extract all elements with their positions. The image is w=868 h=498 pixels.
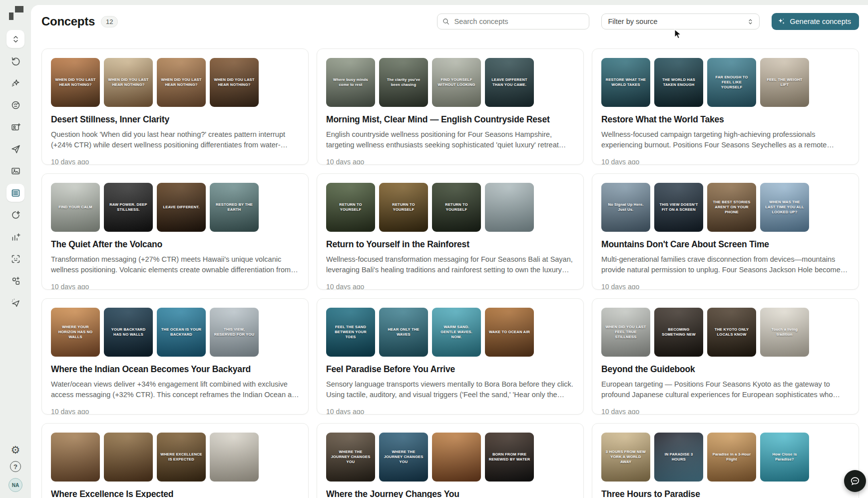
concept-card[interactable]: FEEL THE SAND BETWEEN YOUR TOESHEAR ONLY… — [317, 298, 584, 415]
sidebar-item-history[interactable] — [6, 52, 24, 70]
avatar[interactable]: NA — [8, 478, 22, 492]
sidebar-item-face-swirl[interactable] — [6, 96, 24, 114]
thumbnail-strip: WHEN DID YOU LAST FEEL TRUE STILLNESSBEC… — [601, 308, 850, 357]
concept-thumbnail[interactable]: WHEN DID YOU LAST FEEL TRUE STILLNESS — [601, 308, 650, 357]
concept-thumbnail[interactable]: Paradise in a 3-Hour Flight — [707, 433, 756, 482]
concept-thumbnail[interactable]: FIND YOURSELF WITHOUT LOOKING — [432, 58, 481, 107]
app-logo[interactable] — [7, 6, 23, 20]
chat-widget-button[interactable] — [844, 470, 866, 492]
concept-thumbnail[interactable]: How Close is Paradise? — [760, 433, 809, 482]
concept-thumbnail[interactable]: BECOMING SOMETHING NEW — [654, 308, 703, 357]
concept-thumbnail[interactable]: THIS VIEW DOESN'T FIT ON A SCREEN — [654, 183, 703, 232]
help-icon[interactable]: ? — [10, 461, 21, 472]
concept-description: Wellness-focused transformation messagin… — [326, 254, 574, 275]
concept-card[interactable]: 3 HOURS FROM NEW YORK A WORLD AWAYIN PAR… — [592, 423, 859, 498]
image-card-icon — [10, 166, 21, 176]
concept-card[interactable]: RETURN TO YOURSELFRETURN TO YOURSELFRETU… — [317, 173, 584, 290]
sidebar-item-chevron-up-down[interactable] — [6, 30, 24, 48]
thumbnail-overlay-text: WHEN DID YOU LAST HEAR NOTHING? — [104, 77, 153, 87]
concept-thumbnail[interactable]: THE OCEAN IS YOUR BACKYARD — [157, 308, 206, 357]
concept-thumbnail[interactable] — [485, 183, 534, 232]
concept-title: Restore What the World Takes — [601, 114, 850, 125]
thumbnail-overlay-text: FIND YOUR CALM — [55, 205, 96, 210]
concept-card[interactable]: WHERE YOUR HORIZON HAS NO WALLSYOUR BACK… — [41, 298, 309, 415]
sidebar-item-image-card[interactable] — [6, 162, 24, 180]
concept-thumbnail[interactable]: RETURN TO YOURSELF — [432, 183, 481, 232]
concept-thumbnail[interactable]: No Signal Up Here. Just Us. — [601, 183, 650, 232]
concept-thumbnail[interactable]: THE KYOTO ONLY LOCALS KNOW — [707, 308, 756, 357]
concept-thumbnail[interactable]: 3 HOURS FROM NEW YORK A WORLD AWAY — [601, 433, 650, 482]
concept-thumbnail[interactable]: WARM SAND. GENTLE WAVES. NOW. — [432, 308, 481, 357]
concept-thumbnail[interactable]: FEEL THE WEIGHT LIFT — [760, 58, 809, 107]
thumbnail-strip: 3 HOURS FROM NEW YORK A WORLD AWAYIN PAR… — [601, 433, 850, 482]
concept-thumbnail[interactable]: RETURN TO YOURSELF — [326, 183, 375, 232]
sidebar-item-list-table[interactable] — [6, 184, 24, 202]
concept-card[interactable]: WHEN DID YOU LAST FEEL TRUE STILLNESSBEC… — [592, 298, 859, 415]
concept-thumbnail[interactable]: YOUR BACKYARD HAS NO WALLS — [104, 308, 153, 357]
concept-thumbnail[interactable]: FIND YOUR CALM — [51, 183, 100, 232]
concept-card[interactable]: FIND YOUR CALMRAW POWER. DEEP STILLNESS.… — [41, 173, 309, 290]
sidebar-item-plane-sparkles[interactable] — [6, 294, 24, 312]
chevron-up-down-icon — [747, 18, 754, 25]
concept-card[interactable]: No Signal Up Here. Just Us.THIS VIEW DOE… — [592, 173, 859, 290]
generate-concepts-button[interactable]: Generate concepts — [772, 13, 859, 30]
concept-thumbnail[interactable] — [51, 433, 100, 482]
concept-thumbnail[interactable]: FAR ENOUGH TO FEEL LIKE YOURSELF — [707, 58, 756, 107]
concept-thumbnail[interactable]: WHERE YOUR HORIZON HAS NO WALLS — [51, 308, 100, 357]
concept-description: Question hook 'When did you last hear no… — [51, 129, 299, 150]
sidebar-item-face-scan[interactable] — [6, 250, 24, 268]
concept-thumbnail[interactable]: Touch a living tradition — [760, 308, 809, 357]
thumbnail-strip: No Signal Up Here. Just Us.THIS VIEW DOE… — [601, 183, 850, 232]
id-card-plus-icon — [10, 122, 21, 132]
sidebar-item-id-card-plus[interactable] — [6, 118, 24, 136]
concept-card[interactable]: WHERE EXCELLENCE IS EXPECTED Where Excel… — [41, 423, 309, 498]
concept-thumbnail[interactable]: THIS VIEW, RESERVED FOR YOU — [210, 308, 259, 357]
concept-card[interactable]: RESTORE WHAT THE WORLD TAKESTHE WORLD HA… — [592, 48, 859, 165]
concept-thumbnail[interactable]: Where busy minds come to rest — [326, 58, 375, 107]
concept-thumbnail[interactable]: THE WORLD HAS TAKEN ENOUGH — [654, 58, 703, 107]
sidebar-item-paper-plane[interactable] — [6, 140, 24, 158]
concept-card[interactable]: WHERE THE JOURNEY CHANGES YOUWHERE THE J… — [317, 423, 584, 498]
sidebar-item-shooting-star[interactable] — [6, 74, 24, 92]
concept-thumbnail[interactable]: WHERE EXCELLENCE IS EXPECTED — [157, 433, 206, 482]
concept-thumbnail[interactable]: WHEN DID YOU LAST HEAR NOTHING? — [210, 58, 259, 107]
concept-thumbnail[interactable]: THE BEST STORIES AREN'T ON YOUR PHONE — [707, 183, 756, 232]
concept-thumbnail[interactable]: FEEL THE SAND BETWEEN YOUR TOES — [326, 308, 375, 357]
concept-thumbnail[interactable]: HEAR ONLY THE WAVES — [379, 308, 428, 357]
search-input[interactable] — [437, 13, 589, 29]
sidebar-item-sparkle-loop[interactable] — [6, 206, 24, 224]
concept-title: Return to Yourself in the Rainforest — [326, 239, 574, 250]
concept-thumbnail[interactable]: WHEN DID YOU LAST HEAR NOTHING? — [157, 58, 206, 107]
concept-thumbnail[interactable] — [432, 433, 481, 482]
thumbnail-overlay-text: WHERE THE JOURNEY CHANGES YOU — [326, 450, 375, 464]
filter-by-source-select[interactable]: Filter by source — [601, 13, 760, 29]
sparkles-icon — [778, 17, 786, 25]
concept-thumbnail[interactable]: WHEN WAS THE LAST TIME YOU ALL LOOKED UP… — [760, 183, 809, 232]
concept-thumbnail[interactable] — [104, 433, 153, 482]
concept-thumbnail[interactable]: WHERE THE JOURNEY CHANGES YOU — [326, 433, 375, 482]
concept-thumbnail[interactable]: RAW POWER. DEEP STILLNESS. — [104, 183, 153, 232]
concept-thumbnail[interactable]: WHEN DID YOU LAST HEAR NOTHING? — [51, 58, 100, 107]
sidebar-item-shapes-plus[interactable] — [6, 272, 24, 290]
concept-thumbnail[interactable]: LEAVE DIFFERENT THAN YOU CAME. — [485, 58, 534, 107]
concept-thumbnail[interactable]: WAKE TO OCEAN AIR — [485, 308, 534, 357]
concept-thumbnail[interactable]: LEAVE DIFFERENT. — [157, 183, 206, 232]
concept-thumbnail[interactable]: RETURN TO YOURSELF — [379, 183, 428, 232]
thumbnail-overlay-text: BECOMING SOMETHING NEW — [654, 327, 703, 337]
concept-thumbnail[interactable]: WHERE THE JOURNEY CHANGES YOU — [379, 433, 428, 482]
concept-thumbnail[interactable]: The clarity you've been chasing — [379, 58, 428, 107]
gear-icon[interactable]: ⚙ — [11, 445, 20, 455]
concept-thumbnail[interactable]: BORN FROM FIRE RENEWED BY WATER — [485, 433, 534, 482]
concept-thumbnail[interactable]: RESTORE WHAT THE WORLD TAKES — [601, 58, 650, 107]
chevron-up-down-icon — [10, 34, 21, 44]
concept-thumbnail[interactable]: WHEN DID YOU LAST HEAR NOTHING? — [104, 58, 153, 107]
concept-card[interactable]: Where busy minds come to restThe clarity… — [317, 48, 584, 165]
concept-thumbnail[interactable]: RESTORED BY THE EARTH — [210, 183, 259, 232]
concept-card[interactable]: WHEN DID YOU LAST HEAR NOTHING?WHEN DID … — [41, 48, 309, 165]
concept-title: The Quiet After the Volcano — [51, 239, 299, 250]
concept-description: Sensory language transports viewers ment… — [326, 379, 574, 400]
concept-thumbnail[interactable] — [210, 433, 259, 482]
thumbnail-overlay-text: RETURN TO YOURSELF — [432, 202, 481, 212]
concept-thumbnail[interactable]: IN PARADISE 3 HOURS — [654, 433, 703, 482]
sidebar-item-bar-chart-plus[interactable] — [6, 228, 24, 246]
